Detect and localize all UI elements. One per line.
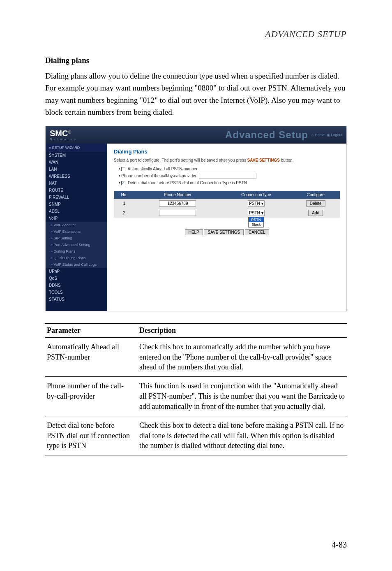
- bullet-detect-label: Detect dial tone before PSTN dial out if…: [128, 181, 247, 185]
- delete-button[interactable]: Delete: [306, 200, 325, 207]
- sidebar-sub-dialing-plans[interactable]: » Dialing Plans: [46, 248, 107, 255]
- sidebar-item-voip[interactable]: VoIP: [46, 215, 107, 222]
- checkbox-auto-ahead[interactable]: [121, 167, 125, 171]
- save-settings-button[interactable]: SAVE SETTINGS: [204, 229, 244, 235]
- checkbox-detect-tone[interactable]: [121, 181, 125, 185]
- sidebar-setup-wizard[interactable]: » SETUP WIZARD: [46, 144, 107, 152]
- panel-note: Select a port to configure. The port's s…: [114, 158, 340, 162]
- cell-phone-1: 123456789: [134, 199, 221, 208]
- screenshot-topbar: SMC® N e t w o r k s Advanced Setup ⌂ Ho…: [46, 126, 346, 144]
- phone-input-2[interactable]: [159, 210, 196, 216]
- sidebar-item-wan[interactable]: WAN: [46, 159, 107, 166]
- home-icon: ⌂: [311, 133, 314, 137]
- parameter-table: Parameter Description Automatically Ahea…: [45, 323, 347, 455]
- note-pre: Select a port to configure. The port's s…: [114, 158, 247, 162]
- bullet-phone-label: Phone number of the call-by-call-provide…: [121, 174, 198, 178]
- param-header-parameter: Parameter: [45, 323, 138, 338]
- main-panel: Dialing Plans Select a port to configure…: [107, 144, 346, 311]
- help-button[interactable]: HELP: [185, 229, 203, 235]
- param-desc-2: Check this box to detect a dial tone bef…: [138, 416, 347, 455]
- th-no: No.: [114, 191, 134, 199]
- sidebar-item-route[interactable]: ROUTE: [46, 187, 107, 194]
- conn-select-1[interactable]: PSTN ▾: [248, 200, 264, 207]
- section-paragraph: Dialing plans allow you to define the co…: [45, 70, 347, 118]
- param-name-0: Automatically Ahead all PSTN-number: [45, 337, 138, 376]
- sidebar-sub-sip[interactable]: » SIP Setting: [46, 235, 107, 241]
- param-desc-0: Check this box to automatically add the …: [138, 337, 347, 376]
- cell-btn-1: Delete: [291, 199, 340, 208]
- advanced-setup-text: Advanced Setup: [225, 129, 308, 141]
- sidebar-item-ddns[interactable]: DDNS: [46, 282, 107, 289]
- bullet-detect-tone: • Detect dial tone before PSTN dial out …: [119, 181, 340, 185]
- sidebar-item-lan[interactable]: LAN: [46, 166, 107, 173]
- section-title: Dialing plans: [45, 56, 347, 65]
- phone-input-1[interactable]: 123456789: [159, 200, 196, 207]
- table-row: Phone number of the call-by-call-provide…: [45, 377, 347, 416]
- th-conn: ConnectionType: [221, 191, 291, 199]
- bullet-auto-label: Automatically Ahead all PSTN-number: [128, 167, 198, 171]
- conn-dropdown: PSTN Block: [248, 217, 264, 227]
- add-button[interactable]: Add: [308, 210, 323, 216]
- cell-conn-2: PSTN ▾ PSTN Block: [221, 208, 291, 218]
- cell-btn-2: Add: [291, 208, 340, 218]
- param-name-1: Phone number of the call-by-call-provide…: [45, 377, 138, 416]
- sidebar-item-upnp[interactable]: UPnP: [46, 268, 107, 275]
- sidebar-item-qos[interactable]: QoS: [46, 275, 107, 282]
- sidebar-item-snmp[interactable]: SNMP: [46, 201, 107, 208]
- table-row: Detect dial tone before PSTN dial out if…: [45, 416, 347, 455]
- header-links: ⌂ Home ◉ Logout: [311, 133, 342, 137]
- cell-no-1: 1: [114, 199, 134, 208]
- sidebar-item-nat[interactable]: NAT: [46, 180, 107, 187]
- screenshot-body: » SETUP WIZARD SYSTEM WAN LAN WIRELESS N…: [46, 144, 346, 311]
- dropdown-option-block[interactable]: Block: [249, 222, 263, 227]
- logout-link[interactable]: Logout: [331, 133, 342, 137]
- sidebar-item-system[interactable]: SYSTEM: [46, 152, 107, 159]
- table-row: Automatically Ahead all PSTN-number Chec…: [45, 337, 347, 376]
- sidebar: » SETUP WIZARD SYSTEM WAN LAN WIRELESS N…: [46, 144, 107, 311]
- embedded-screenshot: SMC® N e t w o r k s Advanced Setup ⌂ Ho…: [45, 126, 347, 311]
- sidebar-sub-quick-dial[interactable]: » Quick Dialing Plans: [46, 255, 107, 261]
- conn-select-2[interactable]: PSTN ▾: [248, 210, 264, 216]
- table-row: 1 123456789 PSTN ▾ Delete: [114, 199, 340, 208]
- cancel-button[interactable]: CANCEL: [245, 229, 269, 235]
- sidebar-sub-port-adv[interactable]: » Port Advanced Setting: [46, 241, 107, 248]
- bullet-phone-provider: • Phone number of the call-by-call-provi…: [119, 173, 340, 179]
- table-row: 2 PSTN ▾ PSTN Block Add: [114, 208, 340, 218]
- param-desc-1: This function is used in conjunction wit…: [138, 377, 347, 416]
- panel-title: Dialing Plans: [114, 149, 340, 155]
- sidebar-item-wireless[interactable]: WIRELESS: [46, 173, 107, 180]
- page-number: 4-83: [332, 540, 347, 550]
- chevron-down-icon: ▾: [261, 201, 263, 206]
- logo-reg: ®: [68, 129, 71, 134]
- dropdown-option-pstn[interactable]: PSTN: [249, 217, 263, 222]
- page-header: ADVANCED SETUP: [45, 29, 347, 39]
- bottom-buttons: HELP SAVE SETTINGS CANCEL: [114, 229, 340, 235]
- home-link[interactable]: Home: [315, 133, 325, 137]
- sidebar-item-tools[interactable]: TOOLS: [46, 289, 107, 296]
- cell-phone-2: [134, 208, 221, 218]
- header-right: Advanced Setup ⌂ Home ◉ Logout: [225, 129, 342, 141]
- param-name-2: Detect dial tone before PSTN dial out if…: [45, 416, 138, 455]
- cell-conn-1: PSTN ▾: [221, 199, 291, 208]
- sidebar-sub-voip-status[interactable]: » VoIP Status and Call Logs: [46, 261, 107, 268]
- cell-no-2: 2: [114, 208, 134, 218]
- sidebar-sub-voip-ext[interactable]: » VoIP Extensions: [46, 228, 107, 235]
- th-conf: Configure: [291, 191, 340, 199]
- logo-subtext: N e t w o r k s: [50, 137, 76, 141]
- sidebar-item-adsl[interactable]: ADSL: [46, 208, 107, 215]
- logo-block: SMC® N e t w o r k s: [50, 129, 76, 141]
- sidebar-sub-voip-account[interactable]: » VoIP Account: [46, 222, 107, 228]
- logout-icon: ◉: [327, 133, 330, 137]
- note-post: button.: [280, 158, 293, 162]
- sidebar-item-firewall[interactable]: FIREWALL: [46, 194, 107, 201]
- bullet-auto-ahead: • Automatically Ahead all PSTN-number: [119, 167, 340, 171]
- param-header-description: Description: [138, 323, 347, 338]
- note-bold: SAVE SETTINGS: [247, 158, 280, 162]
- dialing-plans-table: No. Phone Number ConnectionType Configur…: [114, 191, 340, 218]
- chevron-down-icon: ▾: [261, 211, 263, 215]
- logo-text: SMC: [50, 129, 68, 138]
- phone-provider-input[interactable]: [199, 173, 256, 179]
- th-phone: Phone Number: [134, 191, 221, 199]
- sidebar-item-status[interactable]: STATUS: [46, 296, 107, 303]
